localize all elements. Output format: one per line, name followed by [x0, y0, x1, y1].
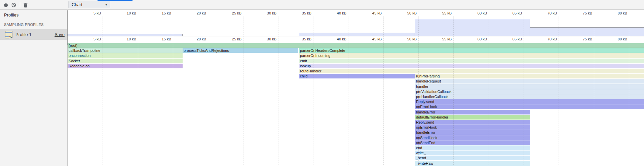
ruler-tick-label: 50 kB	[396, 37, 417, 41]
sampling-profiles-header: SAMPLING PROFILES	[4, 23, 44, 27]
flame-bar-prevalidationcallback[interactable]: preValidationCallback	[415, 89, 644, 94]
flame-bar-parseronheaderscomplete[interactable]: parserOnHeadersComplete	[299, 48, 644, 53]
flame-bar-readable-on[interactable]: Readable.on	[68, 64, 183, 68]
ruler-tick-label: 40 kB	[326, 11, 346, 15]
ruler-tick-label: 70 kB	[537, 37, 557, 41]
ruler-tick-label: 5 kB	[81, 11, 101, 15]
record-icon	[4, 3, 8, 7]
flame-bar-onsendhook[interactable]: onSendHook	[415, 135, 530, 140]
view-mode-value: Chart	[69, 2, 82, 7]
ruler-tick-label: 70 kB	[537, 11, 557, 15]
flame-bar-onsendend[interactable]: onSendEnd	[415, 140, 530, 145]
flame-bar-socket[interactable]: Socket	[68, 59, 183, 63]
ruler-tick-label: 65 kB	[502, 37, 522, 41]
ruler-tick-label: 35 kB	[291, 11, 311, 15]
ruler-tick-label: 75 kB	[572, 11, 592, 15]
overview-segment	[415, 19, 530, 36]
ruler-tick-label: 25 kB	[221, 37, 241, 41]
ruler-tick-label: 10 kB	[116, 37, 136, 41]
flame-bar-parseronincoming[interactable]: parserOnIncoming	[299, 53, 644, 58]
ruler-tick-label: 5 kB	[81, 37, 101, 41]
ruler-tick-label: 30 kB	[256, 37, 276, 41]
flame-bar-defaulterrorhandler[interactable]: defaultErrorHandler	[415, 115, 530, 120]
profile-name: Profile 1	[15, 32, 32, 37]
ruler-tick-label: 15 kB	[151, 37, 171, 41]
flame-bar--writeraw[interactable]: _writeRaw	[415, 161, 530, 166]
ruler-tick-label: 25 kB	[221, 11, 241, 15]
flame-bar-write-[interactable]: write_	[415, 151, 530, 155]
sidebar-item-profile-1[interactable]: % Profile 1 Save	[0, 29, 67, 40]
delete-profile-button[interactable]	[22, 1, 29, 9]
flame-bar-handlerequest[interactable]: handleRequest	[415, 79, 644, 84]
allocation-overview[interactable]	[68, 16, 644, 36]
toolbar-separator	[20, 2, 20, 7]
flame-bar-handleerror[interactable]: handleError	[415, 130, 530, 135]
record-heap-profile-button[interactable]	[2, 1, 9, 9]
flame-bar-end[interactable]: end	[415, 145, 530, 150]
profiles-sidebar: Profiles SAMPLING PROFILES % Profile 1 S…	[0, 10, 67, 166]
ruler-tick-label: 40 kB	[326, 37, 346, 41]
flame-bar-reply-send[interactable]: Reply.send	[415, 99, 644, 104]
sidebar-title: Profiles	[4, 12, 18, 18]
ruler-tick-label: 45 kB	[362, 37, 382, 41]
flame-rows: (root)callbackTrampolineprocessTicksAndR…	[68, 43, 644, 166]
ruler-tick-label: 65 kB	[502, 11, 522, 15]
flame-chart-area[interactable]: 5 kB10 kB15 kB20 kB25 kB30 kB35 kB40 kB4…	[68, 10, 644, 166]
ruler-tick-label: 55 kB	[431, 11, 452, 15]
flame-bar-runpreparsing[interactable]: runPreParsing	[415, 74, 644, 78]
overview-segment	[68, 34, 183, 36]
flame-bar-lookup[interactable]: lookup	[299, 64, 644, 68]
ruler-tick-label: 80 kB	[607, 11, 627, 15]
ruler-tick-label: 55 kB	[431, 37, 452, 41]
flame-bar-onerrorhook[interactable]: onErrorHook	[415, 125, 530, 130]
flame-bar-routehandler[interactable]: routeHandler	[299, 69, 644, 73]
ruler-tick-label: 60 kB	[467, 37, 487, 41]
block-icon	[11, 3, 16, 7]
flame-bar-prehandlercallback[interactable]: preHandlerCallback	[415, 94, 644, 99]
ruler-tick-label: 60 kB	[467, 11, 487, 15]
flame-bar-reply-send[interactable]: Reply.send	[415, 120, 530, 125]
flame-bar-handleerror[interactable]: handleError	[415, 110, 530, 114]
save-profile-link[interactable]: Save	[54, 32, 65, 37]
flame-bar--send[interactable]: _send	[415, 156, 530, 160]
ruler-tick-label: 20 kB	[186, 11, 206, 15]
profiler-toolbar: Chart ▾	[0, 0, 644, 10]
overview-segment	[299, 33, 415, 36]
ruler-tick-label: 80 kB	[607, 37, 627, 41]
flame-bar-onconnection[interactable]: onconnection	[68, 53, 183, 58]
chevron-down-icon: ▾	[105, 3, 107, 6]
flame-bar-callbacktrampoline[interactable]: callbackTrampoline	[68, 48, 183, 53]
flame-bar-processticksandrejections[interactable]: processTicksAndRejections	[183, 48, 298, 53]
flame-bar-onerrorhook[interactable]: onErrorHook	[415, 104, 644, 109]
ruler-tick-label: 10 kB	[116, 11, 136, 15]
trash-icon	[23, 3, 28, 8]
ruler-tick-label: 45 kB	[362, 11, 382, 15]
ruler-tick-label: 20 kB	[186, 37, 206, 41]
ruler-tick-label: 35 kB	[291, 37, 311, 41]
ruler-tick-label: 15 kB	[151, 11, 171, 15]
overview-segment	[530, 27, 644, 36]
flame-bar-handler[interactable]: handler	[415, 84, 644, 89]
percent-glyph: %	[9, 35, 12, 38]
devtools-memory-panel: Chart ▾ Profiles SAMPLING PROFILES % Pro…	[0, 0, 644, 166]
flame-bar-child[interactable]: child	[299, 74, 415, 78]
flame-bar-emit[interactable]: emit	[299, 59, 644, 63]
profile-document-icon: %	[5, 31, 12, 38]
view-mode-select[interactable]: Chart ▾	[68, 1, 110, 8]
ruler-tick-label: 30 kB	[256, 11, 276, 15]
clear-profiles-button[interactable]	[10, 1, 17, 9]
ruler-tick-label: 75 kB	[572, 37, 592, 41]
flame-bar--root-[interactable]: (root)	[68, 43, 644, 48]
ruler-tick-label: 50 kB	[396, 11, 417, 15]
